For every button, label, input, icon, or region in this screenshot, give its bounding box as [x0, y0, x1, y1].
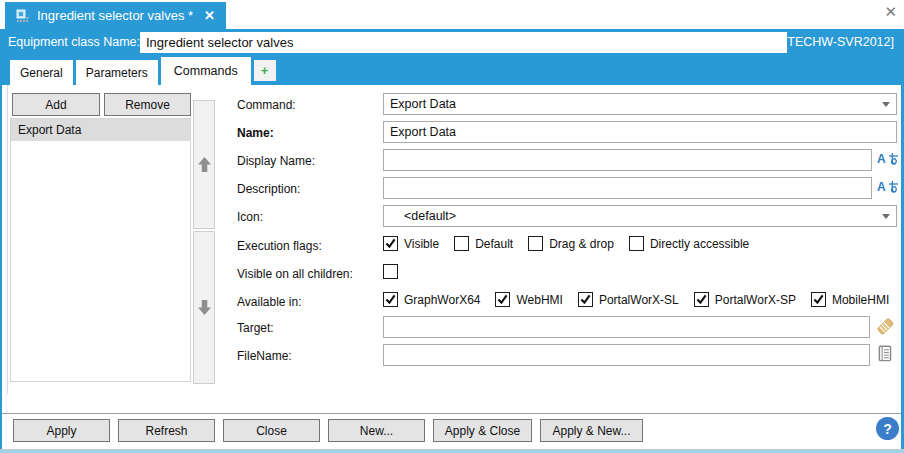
display-name-label: Display Name: [237, 154, 315, 168]
checkbox-label: GraphWorX64 [404, 293, 480, 307]
chevron-down-icon [882, 102, 890, 107]
move-down-button[interactable] [193, 231, 215, 384]
tab-add[interactable]: + [254, 60, 276, 81]
name-label: Name: [237, 126, 274, 140]
checkbox-label: Directly accessible [650, 237, 749, 251]
server-name-label: [TECHW-SVR2012] [784, 35, 894, 49]
checkbox-box[interactable] [383, 264, 398, 279]
file-browse-icon[interactable] [878, 345, 892, 362]
window-border-left [0, 29, 2, 450]
checkbox-graphworx64[interactable]: GraphWorX64 [383, 292, 480, 307]
checkbox-portalworx-sp[interactable]: PortalWorX-SP [694, 292, 796, 307]
equipment-class-name-input[interactable] [140, 32, 787, 53]
add-button[interactable]: Add [12, 93, 100, 116]
equipment-class-icon [16, 9, 30, 23]
command-list-item[interactable]: Export Data [11, 119, 190, 141]
display-name-input[interactable] [383, 149, 872, 171]
tab-strip: GeneralParametersCommands+ [0, 57, 904, 85]
tag-browse-icon[interactable] [876, 317, 894, 335]
equipment-class-name-label: Equipment class Name: [8, 35, 140, 49]
filename-label: FileName: [237, 349, 292, 363]
apply-close-button[interactable]: Apply & Close [433, 419, 532, 442]
command-label: Command: [237, 98, 296, 112]
arrow-up-icon [198, 157, 211, 172]
checkbox-label: Default [475, 237, 513, 251]
help-button[interactable]: ? [876, 417, 899, 440]
name-input[interactable] [383, 121, 897, 143]
icon-dropdown[interactable]: <default> [383, 205, 897, 227]
document-tab[interactable]: Ingredient selector valves * ✕ [5, 2, 226, 29]
checkbox-box[interactable] [383, 292, 398, 307]
checkbox-mobilehmi[interactable]: MobileHMI [811, 292, 889, 307]
tab-commands[interactable]: Commands [161, 57, 251, 85]
svg-text:A: A [877, 152, 886, 166]
checkbox-label: Drag & drop [549, 237, 614, 251]
checkbox-webhmi[interactable]: WebHMI [495, 292, 562, 307]
icon-label: Icon: [237, 210, 263, 224]
checkbox-visible[interactable]: Visible [383, 236, 439, 251]
checkbox-label: MobileHMI [832, 293, 889, 307]
filename-input[interactable] [383, 344, 870, 366]
visible-on-all-children-group [383, 264, 398, 279]
document-tab-title: Ingredient selector valves * [37, 8, 193, 23]
close-button[interactable]: Close [223, 419, 320, 442]
description-input[interactable] [383, 177, 872, 199]
icon-dropdown-value: <default> [390, 209, 878, 223]
checkbox-default[interactable]: Default [454, 236, 513, 251]
available-in-group: GraphWorX64WebHMIPortalWorX-SLPortalWorX… [383, 292, 889, 307]
localization-icon[interactable]: A [877, 152, 899, 166]
tab-general[interactable]: General [10, 60, 73, 85]
header-bar: Equipment class Name: [TECHW-SVR2012] [0, 29, 904, 57]
checkbox-box[interactable] [383, 236, 398, 251]
refresh-button[interactable]: Refresh [118, 419, 215, 442]
checkbox-label: PortalWorX-SL [599, 293, 679, 307]
svg-text:A: A [877, 180, 886, 194]
description-label: Description: [237, 182, 300, 196]
checkbox-box[interactable] [694, 292, 709, 307]
apply-button[interactable]: Apply [13, 419, 110, 442]
checkbox-box[interactable] [578, 292, 593, 307]
equipment-class-editor-window: Ingredient selector valves * ✕ ✕ Equipme… [0, 0, 904, 453]
window-close-icon[interactable]: ✕ [884, 4, 897, 19]
target-label: Target: [237, 321, 274, 335]
checkbox-box[interactable] [454, 236, 469, 251]
target-input[interactable] [383, 316, 870, 338]
checkbox-label: WebHMI [516, 293, 562, 307]
checkbox-label: PortalWorX-SP [715, 293, 796, 307]
command-dropdown[interactable]: Export Data [383, 93, 897, 115]
checkbox-directly-accessible[interactable]: Directly accessible [629, 236, 749, 251]
checkbox-visible-on-all-children[interactable] [383, 264, 398, 279]
new-button[interactable]: New... [328, 419, 425, 442]
move-up-button[interactable] [193, 100, 215, 229]
arrow-down-icon [198, 300, 211, 315]
remove-button[interactable]: Remove [104, 93, 191, 116]
titlebar: Ingredient selector valves * ✕ ✕ [0, 0, 904, 29]
command-dropdown-value: Export Data [390, 97, 878, 111]
apply-new-button[interactable]: Apply & New... [540, 419, 643, 442]
localization-icon[interactable]: A [877, 180, 899, 194]
execution-flags-label: Execution flags: [237, 239, 322, 253]
content-panel-edge [7, 85, 8, 412]
checkbox-box[interactable] [528, 236, 543, 251]
footer-button-bar: ApplyRefreshCloseNew...Apply & CloseAppl… [13, 419, 643, 442]
footer-separator [0, 413, 904, 414]
checkbox-box[interactable] [629, 236, 644, 251]
chevron-down-icon [882, 214, 890, 219]
execution-flags-group: VisibleDefaultDrag & dropDirectly access… [383, 236, 749, 251]
checkbox-box[interactable] [495, 292, 510, 307]
document-tab-close-icon[interactable]: ✕ [204, 8, 215, 23]
horizontal-scrollbar[interactable] [0, 394, 904, 411]
checkbox-portalworx-sl[interactable]: PortalWorX-SL [578, 292, 679, 307]
available-in-label: Available in: [237, 295, 302, 309]
visible-on-all-children-label: Visible on all children: [237, 267, 353, 281]
checkbox-label: Visible [404, 237, 439, 251]
checkbox-box[interactable] [811, 292, 826, 307]
tab-parameters[interactable]: Parameters [76, 60, 158, 85]
checkbox-drag-drop[interactable]: Drag & drop [528, 236, 614, 251]
command-list[interactable]: Export Data [10, 118, 191, 382]
